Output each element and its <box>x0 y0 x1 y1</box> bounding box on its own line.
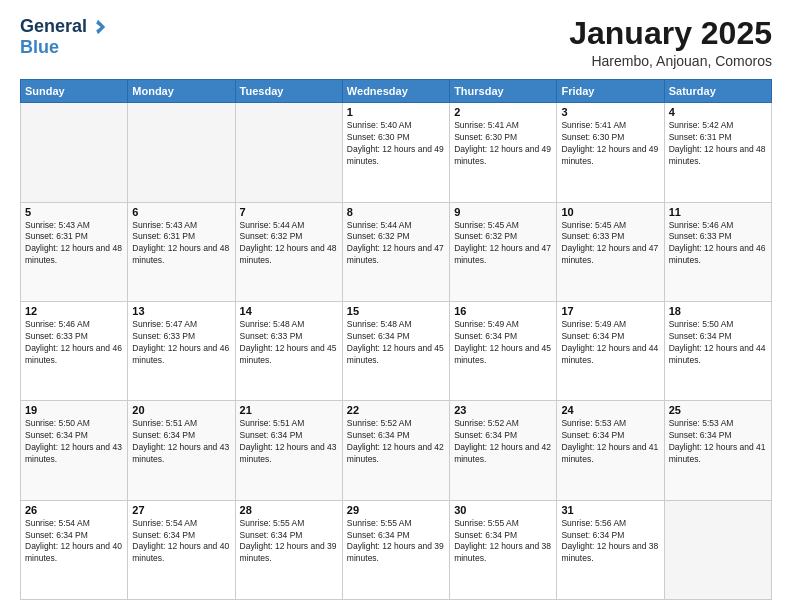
day-number: 13 <box>132 305 230 317</box>
table-cell: 31Sunrise: 5:56 AM Sunset: 6:34 PM Dayli… <box>557 500 664 599</box>
table-cell: 24Sunrise: 5:53 AM Sunset: 6:34 PM Dayli… <box>557 401 664 500</box>
location-title: Harembo, Anjouan, Comoros <box>569 53 772 69</box>
day-number: 3 <box>561 106 659 118</box>
logo-general: General <box>20 16 87 37</box>
table-cell: 1Sunrise: 5:40 AM Sunset: 6:30 PM Daylig… <box>342 103 449 202</box>
day-number: 8 <box>347 206 445 218</box>
day-number: 7 <box>240 206 338 218</box>
day-number: 26 <box>25 504 123 516</box>
week-row-3: 19Sunrise: 5:50 AM Sunset: 6:34 PM Dayli… <box>21 401 772 500</box>
cell-info: Sunrise: 5:49 AM Sunset: 6:34 PM Dayligh… <box>561 319 659 367</box>
table-cell: 13Sunrise: 5:47 AM Sunset: 6:33 PM Dayli… <box>128 301 235 400</box>
col-saturday: Saturday <box>664 80 771 103</box>
day-number: 27 <box>132 504 230 516</box>
header: General Blue January 2025 Harembo, Anjou… <box>20 16 772 69</box>
logo-blue: Blue <box>20 37 59 57</box>
cell-info: Sunrise: 5:46 AM Sunset: 6:33 PM Dayligh… <box>25 319 123 367</box>
logo: General Blue <box>20 16 107 58</box>
cell-info: Sunrise: 5:46 AM Sunset: 6:33 PM Dayligh… <box>669 220 767 268</box>
day-number: 23 <box>454 404 552 416</box>
day-number: 24 <box>561 404 659 416</box>
cell-info: Sunrise: 5:50 AM Sunset: 6:34 PM Dayligh… <box>25 418 123 466</box>
cell-info: Sunrise: 5:51 AM Sunset: 6:34 PM Dayligh… <box>132 418 230 466</box>
day-number: 28 <box>240 504 338 516</box>
col-tuesday: Tuesday <box>235 80 342 103</box>
table-cell: 18Sunrise: 5:50 AM Sunset: 6:34 PM Dayli… <box>664 301 771 400</box>
table-cell: 10Sunrise: 5:45 AM Sunset: 6:33 PM Dayli… <box>557 202 664 301</box>
day-number: 25 <box>669 404 767 416</box>
day-number: 2 <box>454 106 552 118</box>
cell-info: Sunrise: 5:50 AM Sunset: 6:34 PM Dayligh… <box>669 319 767 367</box>
cell-info: Sunrise: 5:55 AM Sunset: 6:34 PM Dayligh… <box>454 518 552 566</box>
cell-info: Sunrise: 5:42 AM Sunset: 6:31 PM Dayligh… <box>669 120 767 168</box>
cell-info: Sunrise: 5:56 AM Sunset: 6:34 PM Dayligh… <box>561 518 659 566</box>
day-number: 19 <box>25 404 123 416</box>
day-number: 30 <box>454 504 552 516</box>
cell-info: Sunrise: 5:48 AM Sunset: 6:33 PM Dayligh… <box>240 319 338 367</box>
day-number: 17 <box>561 305 659 317</box>
col-monday: Monday <box>128 80 235 103</box>
table-cell: 14Sunrise: 5:48 AM Sunset: 6:33 PM Dayli… <box>235 301 342 400</box>
cell-info: Sunrise: 5:44 AM Sunset: 6:32 PM Dayligh… <box>347 220 445 268</box>
table-cell: 4Sunrise: 5:42 AM Sunset: 6:31 PM Daylig… <box>664 103 771 202</box>
table-cell: 30Sunrise: 5:55 AM Sunset: 6:34 PM Dayli… <box>450 500 557 599</box>
day-number: 9 <box>454 206 552 218</box>
col-wednesday: Wednesday <box>342 80 449 103</box>
table-cell: 26Sunrise: 5:54 AM Sunset: 6:34 PM Dayli… <box>21 500 128 599</box>
day-number: 11 <box>669 206 767 218</box>
table-cell <box>128 103 235 202</box>
day-number: 29 <box>347 504 445 516</box>
table-cell: 16Sunrise: 5:49 AM Sunset: 6:34 PM Dayli… <box>450 301 557 400</box>
table-cell: 27Sunrise: 5:54 AM Sunset: 6:34 PM Dayli… <box>128 500 235 599</box>
day-number: 12 <box>25 305 123 317</box>
table-cell <box>664 500 771 599</box>
svg-marker-0 <box>96 19 105 33</box>
cell-info: Sunrise: 5:48 AM Sunset: 6:34 PM Dayligh… <box>347 319 445 367</box>
table-cell: 22Sunrise: 5:52 AM Sunset: 6:34 PM Dayli… <box>342 401 449 500</box>
day-number: 10 <box>561 206 659 218</box>
cell-info: Sunrise: 5:55 AM Sunset: 6:34 PM Dayligh… <box>347 518 445 566</box>
day-number: 31 <box>561 504 659 516</box>
day-number: 4 <box>669 106 767 118</box>
table-cell: 11Sunrise: 5:46 AM Sunset: 6:33 PM Dayli… <box>664 202 771 301</box>
col-sunday: Sunday <box>21 80 128 103</box>
table-cell <box>21 103 128 202</box>
table-cell <box>235 103 342 202</box>
table-cell: 28Sunrise: 5:55 AM Sunset: 6:34 PM Dayli… <box>235 500 342 599</box>
cell-info: Sunrise: 5:40 AM Sunset: 6:30 PM Dayligh… <box>347 120 445 168</box>
table-cell: 7Sunrise: 5:44 AM Sunset: 6:32 PM Daylig… <box>235 202 342 301</box>
cell-info: Sunrise: 5:55 AM Sunset: 6:34 PM Dayligh… <box>240 518 338 566</box>
day-number: 15 <box>347 305 445 317</box>
day-number: 14 <box>240 305 338 317</box>
table-cell: 9Sunrise: 5:45 AM Sunset: 6:32 PM Daylig… <box>450 202 557 301</box>
col-thursday: Thursday <box>450 80 557 103</box>
cell-info: Sunrise: 5:43 AM Sunset: 6:31 PM Dayligh… <box>25 220 123 268</box>
table-cell: 19Sunrise: 5:50 AM Sunset: 6:34 PM Dayli… <box>21 401 128 500</box>
day-number: 5 <box>25 206 123 218</box>
day-number: 22 <box>347 404 445 416</box>
title-block: January 2025 Harembo, Anjouan, Comoros <box>569 16 772 69</box>
table-cell: 25Sunrise: 5:53 AM Sunset: 6:34 PM Dayli… <box>664 401 771 500</box>
table-cell: 23Sunrise: 5:52 AM Sunset: 6:34 PM Dayli… <box>450 401 557 500</box>
day-number: 6 <box>132 206 230 218</box>
week-row-0: 1Sunrise: 5:40 AM Sunset: 6:30 PM Daylig… <box>21 103 772 202</box>
table-cell: 15Sunrise: 5:48 AM Sunset: 6:34 PM Dayli… <box>342 301 449 400</box>
week-row-1: 5Sunrise: 5:43 AM Sunset: 6:31 PM Daylig… <box>21 202 772 301</box>
cell-info: Sunrise: 5:45 AM Sunset: 6:32 PM Dayligh… <box>454 220 552 268</box>
cell-info: Sunrise: 5:47 AM Sunset: 6:33 PM Dayligh… <box>132 319 230 367</box>
cell-info: Sunrise: 5:44 AM Sunset: 6:32 PM Dayligh… <box>240 220 338 268</box>
calendar-table: Sunday Monday Tuesday Wednesday Thursday… <box>20 79 772 600</box>
cell-info: Sunrise: 5:45 AM Sunset: 6:33 PM Dayligh… <box>561 220 659 268</box>
cell-info: Sunrise: 5:54 AM Sunset: 6:34 PM Dayligh… <box>132 518 230 566</box>
table-cell: 3Sunrise: 5:41 AM Sunset: 6:30 PM Daylig… <box>557 103 664 202</box>
calendar-header-row: Sunday Monday Tuesday Wednesday Thursday… <box>21 80 772 103</box>
cell-info: Sunrise: 5:52 AM Sunset: 6:34 PM Dayligh… <box>347 418 445 466</box>
week-row-2: 12Sunrise: 5:46 AM Sunset: 6:33 PM Dayli… <box>21 301 772 400</box>
cell-info: Sunrise: 5:53 AM Sunset: 6:34 PM Dayligh… <box>561 418 659 466</box>
table-cell: 20Sunrise: 5:51 AM Sunset: 6:34 PM Dayli… <box>128 401 235 500</box>
day-number: 21 <box>240 404 338 416</box>
day-number: 16 <box>454 305 552 317</box>
cell-info: Sunrise: 5:49 AM Sunset: 6:34 PM Dayligh… <box>454 319 552 367</box>
table-cell: 17Sunrise: 5:49 AM Sunset: 6:34 PM Dayli… <box>557 301 664 400</box>
cell-info: Sunrise: 5:41 AM Sunset: 6:30 PM Dayligh… <box>454 120 552 168</box>
